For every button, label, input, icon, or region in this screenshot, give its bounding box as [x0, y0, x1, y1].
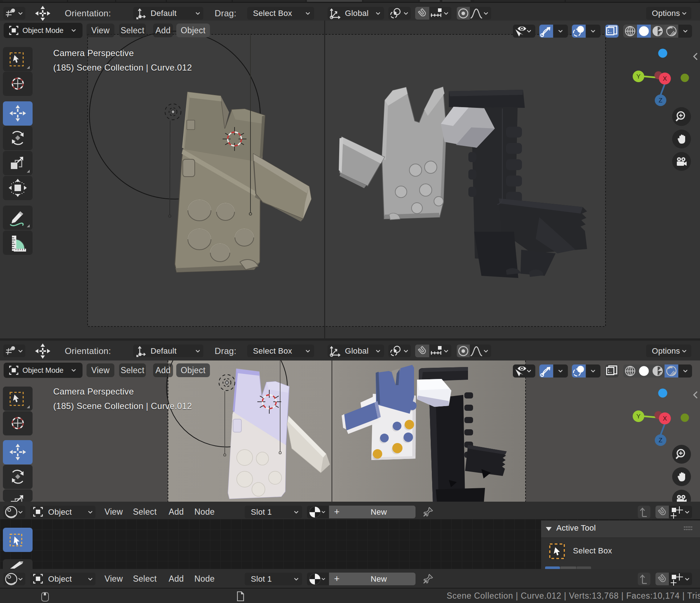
svg-text:Y: Y [636, 413, 640, 420]
svg-text:Z: Z [659, 437, 662, 444]
svg-text:Z: Z [659, 97, 662, 104]
svg-text:X: X [663, 75, 667, 82]
svg-text:X: X [663, 415, 667, 422]
svg-text:Y: Y [636, 73, 640, 80]
